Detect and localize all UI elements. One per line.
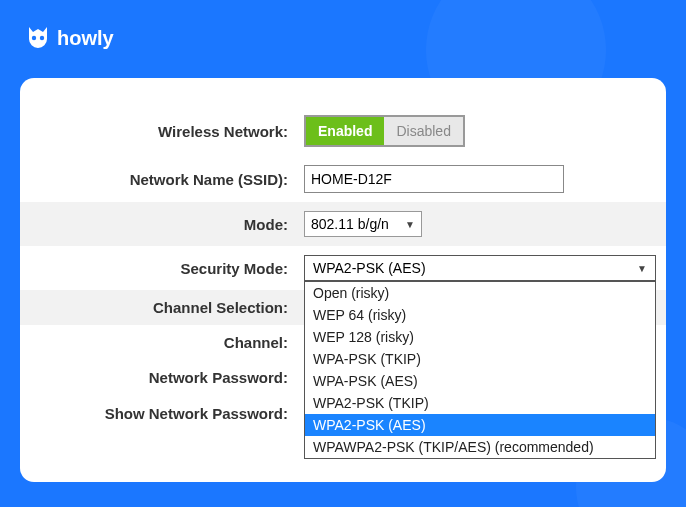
security-option[interactable]: WEP 64 (risky) — [305, 304, 655, 326]
row-ssid: Network Name (SSID): — [20, 156, 666, 202]
brand-logo: howly — [25, 25, 114, 51]
wireless-toggle: Enabled Disabled — [304, 115, 465, 147]
security-option[interactable]: WPA2-PSK (TKIP) — [305, 392, 655, 414]
chevron-down-icon: ▼ — [637, 263, 647, 274]
row-mode: Mode: 802.11 b/g/n ▼ — [20, 202, 666, 246]
brand-text: howly — [57, 27, 114, 50]
security-option[interactable]: WPA-PSK (TKIP) — [305, 348, 655, 370]
security-mode-label: Security Mode: — [20, 260, 298, 277]
security-option[interactable]: WPAWPA2-PSK (TKIP/AES) (recommended) — [305, 436, 655, 458]
wireless-disabled-button[interactable]: Disabled — [384, 117, 462, 145]
security-mode-dropdown: Open (risky)WEP 64 (risky)WEP 128 (risky… — [304, 281, 656, 459]
mode-value: 802.11 b/g/n — [311, 216, 389, 232]
channel-label: Channel: — [20, 334, 298, 351]
security-mode-value: WPA2-PSK (AES) — [313, 260, 426, 276]
settings-panel: Wireless Network: Enabled Disabled Netwo… — [20, 78, 666, 482]
mode-label: Mode: — [20, 216, 298, 233]
security-option[interactable]: WPA2-PSK (AES) — [305, 414, 655, 436]
chevron-down-icon: ▼ — [405, 219, 415, 230]
svg-point-0 — [32, 36, 36, 40]
channel-selection-label: Channel Selection: — [20, 299, 298, 316]
security-option[interactable]: WPA-PSK (AES) — [305, 370, 655, 392]
show-password-label: Show Network Password: — [20, 405, 298, 422]
ssid-label: Network Name (SSID): — [20, 171, 298, 188]
row-security-mode: Security Mode: WPA2-PSK (AES) ▼ Open (ri… — [20, 246, 666, 290]
wireless-enabled-button[interactable]: Enabled — [306, 117, 384, 145]
security-mode-select[interactable]: WPA2-PSK (AES) ▼ — [304, 255, 656, 281]
network-password-label: Network Password: — [20, 369, 298, 386]
security-option[interactable]: WEP 128 (risky) — [305, 326, 655, 348]
row-wireless-network: Wireless Network: Enabled Disabled — [20, 106, 666, 156]
ssid-input[interactable] — [304, 165, 564, 193]
security-option[interactable]: Open (risky) — [305, 282, 655, 304]
owl-icon — [25, 25, 51, 51]
mode-select[interactable]: 802.11 b/g/n ▼ — [304, 211, 422, 237]
svg-point-1 — [40, 36, 44, 40]
wireless-network-label: Wireless Network: — [20, 123, 298, 140]
